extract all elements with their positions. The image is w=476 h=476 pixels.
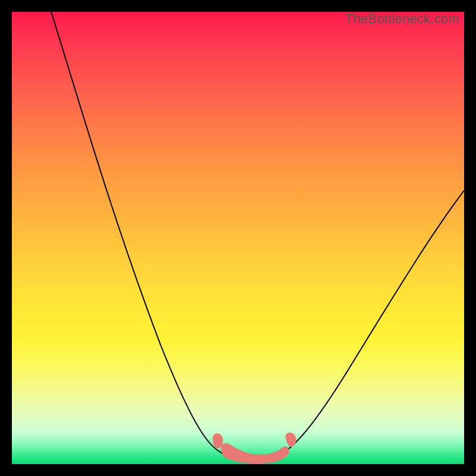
trough-marker-left (212, 433, 223, 448)
chart-area (12, 12, 464, 464)
bottleneck-curve (12, 12, 464, 464)
trough-marker-center (221, 443, 289, 464)
curve-right-branch (286, 190, 464, 451)
trough-marker-right (286, 433, 296, 447)
attribution-label: TheBottleneck.com (345, 11, 459, 27)
curve-left-branch (51, 12, 218, 450)
